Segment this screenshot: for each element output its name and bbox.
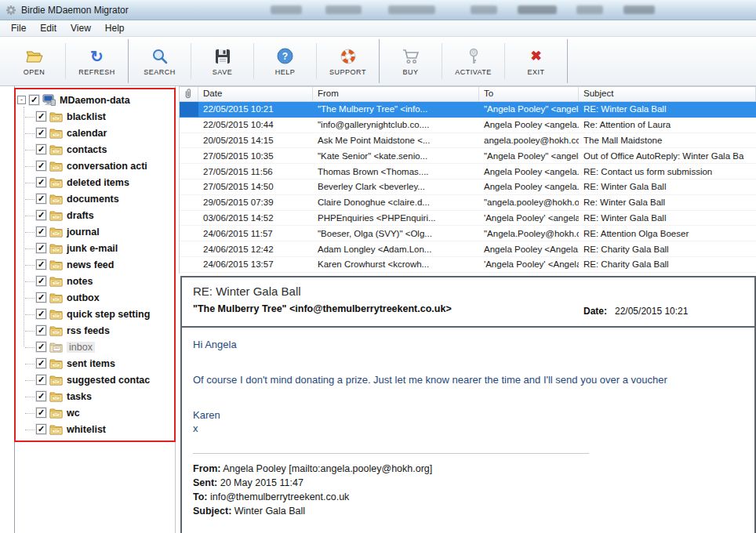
folder-checkbox[interactable]: ✓ [36, 210, 46, 220]
mail-row[interactable]: 27/05/2015 10:35"Kate Senior" <kate.seni… [180, 148, 756, 164]
folder-checkbox[interactable]: ✓ [36, 194, 46, 204]
window-title: Birdie MDaemon Migrator [21, 5, 129, 16]
tree-item-news-feed[interactable]: ✓news feed [17, 256, 174, 273]
folder-checkbox[interactable]: ✓ [36, 325, 46, 335]
tree-item-rss-feeds[interactable]: ✓rss feeds [17, 322, 174, 339]
mail-folder-icon [49, 276, 63, 287]
toolbar-button-label: SEARCH [144, 68, 176, 76]
cell-date: 27/05/2015 10:35 [198, 148, 313, 163]
folder-checkbox[interactable]: ✓ [36, 408, 46, 418]
tree-item-journal[interactable]: ✓journal [17, 223, 174, 240]
folder-checkbox[interactable]: ✓ [36, 342, 46, 352]
attachment-cell [180, 133, 198, 148]
mail-row[interactable]: 27/05/2015 14:50Beverley Clark <beverley… [180, 179, 756, 195]
cell-subject: RE: Winter Gala Ball [579, 211, 756, 226]
folder-checkbox[interactable]: ✓ [36, 424, 46, 434]
tree-item-suggested-contac[interactable]: ✓suggested contac [17, 372, 174, 388]
mail-row[interactable]: 20/05/2015 14:15Ask Me Point Maidstone <… [180, 133, 756, 149]
toolbar-exit-button[interactable]: ✖EXIT [505, 37, 567, 85]
folder-checkbox[interactable]: ✓ [36, 227, 46, 237]
mail-row[interactable]: 03/06/2015 14:52PHPEnquiries <PHPEnquiri… [180, 211, 756, 227]
menu-view[interactable]: View [64, 21, 98, 35]
mail-folder-icon [49, 424, 63, 435]
tree-item-tasks[interactable]: ✓tasks [17, 388, 174, 404]
background-window-artifact [518, 5, 557, 14]
folder-checkbox[interactable]: ✓ [36, 276, 46, 286]
attachment-cell [180, 211, 198, 226]
toolbar-search-button[interactable]: SEARCH [129, 37, 191, 85]
toolbar-save-button[interactable]: SAVE [191, 37, 253, 85]
preview-date-label: Date: [583, 306, 607, 317]
column-header-date[interactable]: Date [198, 87, 313, 101]
toolbar-help-button[interactable]: ?HELP [254, 37, 316, 85]
folder-checkbox[interactable]: ✓ [29, 95, 39, 105]
cell-from: "The Mulberry Tree" <info... [313, 102, 479, 117]
mail-row[interactable]: 27/05/2015 11:56Thomas Brown <Thomas....… [180, 164, 756, 179]
tree-item-junk-e-mail[interactable]: ✓junk e-mail [17, 240, 174, 256]
folder-checkbox[interactable]: ✓ [36, 128, 46, 138]
folder-checkbox[interactable]: ✓ [36, 259, 46, 270]
tree-item-blacklist[interactable]: ✓blacklist [17, 108, 174, 125]
tree-item-calendar[interactable]: ✓calendar [17, 125, 174, 141]
cell-subject: RE: Charity Gala Ball [579, 257, 756, 272]
background-window-artifact [388, 5, 435, 14]
cell-to: "Angela Pooley" <angela... [479, 102, 579, 117]
column-header-attachment[interactable] [180, 87, 198, 101]
toolbar-button-label: HELP [275, 68, 296, 76]
tree-item-notes[interactable]: ✓notes [17, 273, 174, 289]
mail-folder-icon [49, 375, 63, 386]
mail-folder-icon [49, 358, 63, 369]
toolbar-button-label: EXIT [527, 68, 544, 76]
column-header-subject[interactable]: Subject [579, 87, 756, 101]
tree-item-conversation-acti[interactable]: ✓conversation acti [17, 158, 174, 174]
column-header-from[interactable]: From [313, 87, 479, 101]
tree-item-contacts[interactable]: ✓contacts [17, 141, 174, 158]
folder-checkbox[interactable]: ✓ [36, 144, 46, 154]
folder-checkbox[interactable]: ✓ [36, 243, 46, 253]
tree-item-inbox[interactable]: ✓inbox [17, 339, 174, 355]
tree-item-outbox[interactable]: ✓outbox [17, 289, 174, 306]
tree-item-label: junk e-mail [67, 243, 118, 254]
toolbar-support-button[interactable]: SUPPORT [317, 37, 379, 85]
cell-subject: Out of Office AutoReply: Winter Gala Ba [579, 148, 756, 163]
folder-checkbox[interactable]: ✓ [36, 375, 46, 385]
preview-header: RE: Winter Gala Ball "The Mulberry Tree"… [182, 277, 754, 328]
folder-checkbox[interactable]: ✓ [36, 358, 46, 368]
folder-checkbox[interactable]: ✓ [36, 391, 46, 401]
tree-item-wc[interactable]: ✓wc [17, 404, 174, 421]
attachment-cell [180, 148, 198, 163]
cell-subject: The Mall Maidstone [579, 133, 756, 148]
tree-item-whitelist[interactable]: ✓whitelist [17, 421, 174, 437]
menu-file[interactable]: File [4, 21, 33, 35]
folder-checkbox[interactable]: ✓ [36, 309, 46, 319]
folder-checkbox[interactable]: ✓ [36, 177, 46, 187]
mail-row[interactable]: 24/06/2015 12:42Adam Longley <Adam.Lon..… [180, 241, 756, 257]
tree-item-documents[interactable]: ✓documents [17, 190, 174, 207]
mail-row[interactable]: 24/06/2015 13:57Karen Crowhurst <kcrowh.… [180, 257, 756, 273]
toolbar-activate-button[interactable]: ACTIVATE [442, 37, 504, 85]
cell-date: 24/06/2015 12:42 [198, 241, 313, 256]
tree-item-quick-step-setting[interactable]: ✓quick step setting [17, 306, 174, 322]
menu-help[interactable]: Help [98, 21, 132, 35]
mail-folder-icon [49, 309, 63, 320]
folder-checkbox[interactable]: ✓ [36, 292, 46, 303]
toolbar-open-button[interactable]: OPEN [3, 37, 65, 85]
cell-date: 22/05/2015 10:21 [198, 102, 313, 117]
column-header-to[interactable]: To [479, 87, 579, 101]
tree-item-drafts[interactable]: ✓drafts [17, 207, 174, 223]
folder-checkbox[interactable]: ✓ [36, 161, 46, 171]
menu-edit[interactable]: Edit [33, 21, 64, 35]
tree-item-deleted-items[interactable]: ✓deleted items [17, 174, 174, 190]
mail-row[interactable]: 24/06/2015 11:57"Boeser, Olga (SVY)" <Ol… [180, 226, 756, 241]
tree-root-mdaemon-data[interactable]: -✓MDaemon-data [17, 92, 174, 108]
toolbar-refresh-button[interactable]: ↻REFRESH [66, 37, 128, 85]
preview-date: Date:22/05/2015 10:21 [583, 306, 688, 317]
collapse-expander[interactable]: - [17, 96, 26, 104]
tree-item-sent-items[interactable]: ✓sent items [17, 355, 174, 372]
mail-row[interactable]: 22/05/2015 10:21"The Mulberry Tree" <inf… [180, 102, 756, 118]
folder-checkbox[interactable]: ✓ [36, 111, 46, 121]
toolbar-buy-button[interactable]: BUY [380, 37, 442, 85]
mail-row[interactable]: 29/05/2015 07:39Claire Donoghue <claire.… [180, 195, 756, 211]
attachment-cell [180, 118, 198, 132]
mail-row[interactable]: 22/05/2015 10:44"info@gallerynightclub.c… [180, 118, 756, 133]
